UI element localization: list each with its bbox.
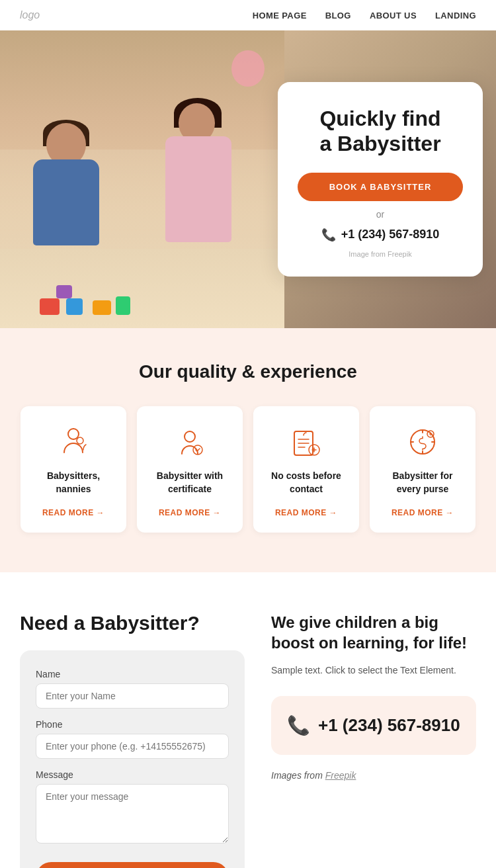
quality-title: Our quality & experience — [20, 361, 476, 382]
phone-card-icon: 📞 — [287, 715, 310, 736]
message-form-group: Message — [36, 769, 229, 846]
card-2-title: Babysitter with certificate — [147, 470, 232, 496]
phone-label: Phone — [36, 719, 229, 730]
freepik-link[interactable]: Freepik — [325, 770, 356, 781]
form-left-panel: Need a Babysitter? Name Phone Message RE… — [20, 612, 245, 868]
card-2-read-more[interactable]: READ MORE — [159, 508, 221, 517]
book-babysitter-button[interactable]: BOOK A BABYSITTER — [298, 173, 463, 201]
hero-card: Quickly find a Babysitter BOOK A BABYSIT… — [278, 82, 483, 277]
feature-card-2: Babysitter with certificate READ MORE — [137, 406, 243, 533]
nav-links: HOME PAGE BLOG ABOUT US LANDING — [253, 9, 476, 21]
card-3-title: No costs before contact — [264, 470, 349, 496]
hero-or-text: or — [298, 209, 463, 220]
feature-card-3: No costs before contact READ MORE — [253, 406, 359, 533]
phone-card-number: +1 (234) 567-8910 — [318, 715, 460, 736]
request-call-button[interactable]: REQUEST FOR CALL — [36, 862, 229, 868]
quality-section: Our quality & experience Babysitters, na… — [0, 328, 496, 572]
svg-point-2 — [185, 431, 195, 442]
card-4-read-more[interactable]: READ MORE — [392, 508, 454, 517]
certificate-icon — [173, 425, 207, 459]
name-label: Name — [36, 669, 229, 679]
form-heading: Need a Babysitter? — [20, 612, 245, 634]
hero-section: Quickly find a Babysitter BOOK A BABYSIT… — [0, 30, 496, 328]
message-label: Message — [36, 769, 229, 780]
no-costs-icon — [289, 425, 323, 459]
nav-blog[interactable]: BLOG — [325, 11, 351, 21]
contact-form-box: Name Phone Message REQUEST FOR CALL — [20, 650, 245, 868]
babysitter-nannies-icon — [56, 425, 91, 459]
nav-home[interactable]: HOME PAGE — [253, 11, 307, 21]
card-4-title: Babysitter for every purse — [380, 470, 465, 496]
hero-photo — [0, 30, 284, 328]
form-section: Need a Babysitter? Name Phone Message RE… — [0, 572, 496, 868]
form-right-panel: We give children a big boost on learning… — [271, 612, 476, 801]
feature-cards-grid: Babysitters, nannies READ MORE Babysitte… — [20, 406, 476, 533]
feature-card-4: Babysitter for every purse READ MORE — [370, 406, 475, 533]
logo: logo — [20, 9, 40, 21]
nav-landing[interactable]: LANDING — [435, 11, 476, 21]
nav-about[interactable]: ABOUT US — [370, 11, 417, 21]
card-1-read-more[interactable]: READ MORE — [42, 508, 104, 517]
hero-title: Quickly find a Babysitter — [298, 106, 463, 157]
hero-phone-number: +1 (234) 567-8910 — [341, 228, 440, 241]
card-1-title: Babysitters, nannies — [31, 470, 116, 496]
hero-phone: 📞 +1 (234) 567-8910 — [298, 228, 463, 242]
hero-image-credit: Image from Freepik — [298, 250, 463, 258]
phone-form-group: Phone — [36, 719, 229, 759]
image-credit: Images from Freepik — [271, 768, 476, 783]
name-input[interactable] — [36, 683, 229, 709]
navbar: logo HOME PAGE BLOG ABOUT US LANDING — [0, 0, 496, 30]
svg-point-1 — [77, 437, 83, 444]
every-purse-icon — [405, 425, 440, 459]
phone-icon: 📞 — [321, 228, 336, 242]
phone-card: 📞 +1 (234) 567-8910 — [271, 696, 476, 755]
message-textarea[interactable] — [36, 784, 229, 844]
right-heading: We give children a big boost on learning… — [271, 612, 476, 653]
name-form-group: Name — [36, 669, 229, 709]
svg-point-0 — [68, 429, 79, 439]
feature-card-1: Babysitters, nannies READ MORE — [21, 406, 126, 533]
card-3-read-more[interactable]: READ MORE — [275, 508, 337, 517]
phone-input[interactable] — [36, 734, 229, 759]
right-description: Sample text. Click to select the Text El… — [271, 663, 476, 677]
